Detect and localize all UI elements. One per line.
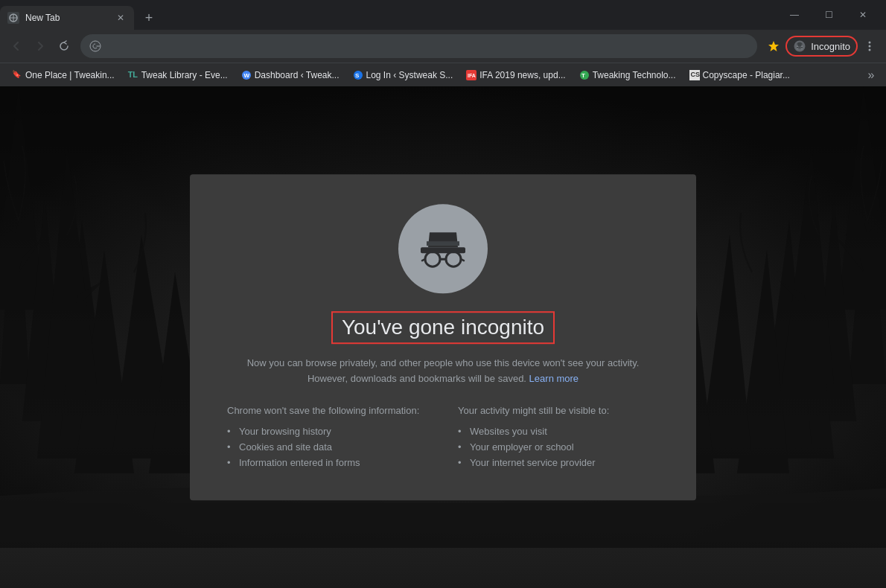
incognito-icon [793,39,806,53]
svg-rect-8 [801,45,803,46]
bookmark-favicon-3: W [241,70,252,80]
might-visible-item-1: Websites you visit [458,424,659,439]
svg-point-14 [869,49,871,51]
back-button[interactable] [6,36,27,57]
svg-rect-26 [427,241,459,246]
chrome-menu-button[interactable] [859,36,880,57]
bookmarks-bar: 🔖 One Place | Tweakin... TL Tweak Librar… [0,63,886,86]
incognito-avatar [398,204,488,293]
bookmark-item-3[interactable]: W Dashboard ‹ Tweak... [235,66,345,84]
minimize-button[interactable]: — [777,3,812,27]
svg-point-28 [446,252,461,266]
wont-save-column: Chrome won't save the following informat… [227,405,428,470]
might-visible-item-3: Your internet service provider [458,455,659,470]
refresh-button[interactable] [54,36,74,57]
svg-point-27 [425,252,440,266]
might-visible-column: Your activity might still be visible to:… [458,405,659,470]
might-visible-item-2: Your employer or school [458,439,659,455]
tab-favicon [7,12,19,24]
bookmark-item-7[interactable]: CS Copyscape - Plagiar... [683,66,796,84]
window-controls: — ☐ ✕ [771,0,886,30]
svg-text:S: S [355,72,360,79]
toolbar-right: Incognito [763,36,880,57]
close-button[interactable]: ✕ [846,3,880,27]
svg-rect-7 [797,45,798,46]
address-bar[interactable] [80,34,757,58]
might-visible-list: Websites you visit Your employer or scho… [458,424,659,470]
toolbar: Incognito [0,30,886,63]
wont-save-item-1: Your browsing history [227,424,428,439]
incognito-info: Chrome won't save the following informat… [227,405,659,470]
page-content: You've gone incognito Now you can browse… [0,86,886,588]
svg-point-13 [869,45,871,48]
title-bar: New Tab ✕ + — ☐ ✕ [0,0,886,30]
svg-text:W: W [243,72,249,79]
tab-title: New Tab [25,13,112,23]
bookmark-star-button[interactable] [763,36,784,57]
svg-text:T: T [581,72,585,79]
maximize-button[interactable]: ☐ [812,3,846,27]
svg-text:IFA: IFA [468,73,476,78]
incognito-button[interactable]: Incognito [785,36,858,57]
svg-point-12 [869,42,871,44]
google-icon [89,40,101,52]
incognito-card: You've gone incognito Now you can browse… [190,174,696,500]
incognito-description: Now you can browse privately, and other … [247,356,640,387]
learn-more-link[interactable]: Learn more [529,373,579,384]
forward-button[interactable] [30,36,51,57]
wont-save-item-2: Cookies and site data [227,439,428,455]
incognito-hat-icon [413,219,473,278]
bookmark-favicon-4: S [353,70,363,80]
chrome-window: New Tab ✕ + — ☐ ✕ [0,0,886,588]
active-tab[interactable]: New Tab ✕ [0,6,134,30]
wont-save-list: Your browsing history Cookies and site d… [227,424,428,470]
bookmark-favicon-6: T [579,70,590,80]
tabs-container: New Tab ✕ + [0,0,771,30]
bookmark-item-2[interactable]: TL Tweak Library - Eve... [122,66,234,84]
bookmark-favicon-2: TL [128,70,138,80]
svg-rect-25 [421,247,465,253]
bookmark-item-1[interactable]: 🔖 One Place | Tweakin... [6,66,121,84]
bookmark-item-4[interactable]: S Log In ‹ Systweak S... [347,66,459,84]
bookmark-favicon-1: 🔖 [12,70,22,80]
wont-save-title: Chrome won't save the following informat… [227,405,428,416]
might-visible-title: Your activity might still be visible to: [458,405,659,416]
new-tab-button[interactable]: + [138,7,159,28]
bookmark-item-5[interactable]: IFA IFA 2019 news, upd... [460,66,571,84]
bookmark-favicon-5: IFA [466,70,477,80]
incognito-title: You've gone incognito [331,311,555,344]
bookmark-item-6[interactable]: T Tweaking Technolo... [573,66,682,84]
tab-close-button[interactable]: ✕ [115,12,127,24]
bookmarks-overflow-button[interactable]: » [862,66,880,84]
incognito-label: Incognito [811,41,850,52]
svg-rect-11 [797,48,803,49]
bookmark-favicon-7: CS [689,70,700,80]
wont-save-item-3: Information entered in forms [227,455,428,470]
